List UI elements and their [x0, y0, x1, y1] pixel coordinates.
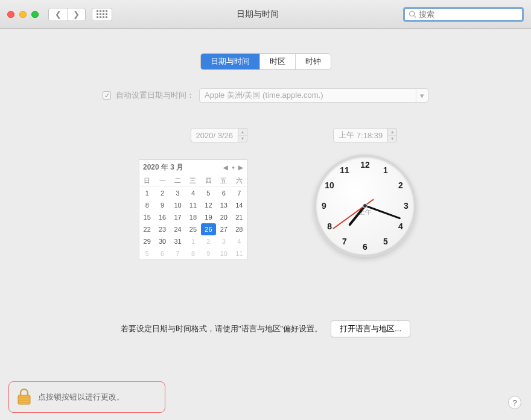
- forward-button[interactable]: ❯: [67, 8, 85, 21]
- calendar-day[interactable]: 2: [201, 235, 216, 247]
- date-column: 2020/ 3/26 ▲ ▼ 2020 年 3 月 ◀ ● ▶ 日一二三四五六1…: [115, 128, 247, 260]
- nav-back-forward: ❮ ❯: [48, 8, 86, 21]
- calendar-weekday: 一: [154, 175, 170, 187]
- calendar-day[interactable]: 8: [185, 247, 200, 259]
- chevron-left-icon: ❮: [55, 10, 62, 19]
- time-ampm: 上午: [339, 130, 354, 141]
- calendar-day[interactable]: 1: [139, 187, 154, 199]
- calendar-day[interactable]: 29: [139, 235, 154, 247]
- window-controls: [7, 11, 39, 18]
- lock-hint-text: 点按锁按钮以进行更改。: [38, 392, 124, 402]
- search-input[interactable]: [419, 10, 520, 19]
- help-button[interactable]: ?: [508, 396, 521, 409]
- date-stepper[interactable]: ▲ ▼: [238, 128, 247, 142]
- stepper-down-icon: ▼: [238, 136, 247, 142]
- clock-numeral: 1: [380, 165, 392, 175]
- calendar-day[interactable]: 5: [201, 187, 216, 199]
- lock-hint-box: 点按锁按钮以进行更改。: [8, 381, 165, 413]
- calendar-day[interactable]: 2: [154, 187, 170, 199]
- auto-set-checkbox[interactable]: ✓: [103, 91, 111, 100]
- auto-set-label: 自动设置日期与时间：: [116, 90, 194, 101]
- window-title: 日期与时间: [112, 9, 403, 20]
- calendar-day[interactable]: 11: [232, 247, 247, 259]
- date-field: 2020/ 3/26 ▲ ▼: [115, 128, 247, 142]
- back-button[interactable]: ❮: [49, 8, 67, 21]
- svg-point-0: [410, 11, 415, 16]
- tab-clock[interactable]: 时钟: [296, 54, 331, 69]
- time-column: 上午 7:18:39 ▲ ▼ 121234567891011 上午: [314, 128, 416, 260]
- tab-date-time[interactable]: 日期与时间: [201, 54, 260, 69]
- clock-numeral: 3: [400, 201, 412, 211]
- calendar-prev-button[interactable]: ◀: [223, 164, 228, 171]
- calendar-day[interactable]: 4: [185, 187, 200, 199]
- calendar-next-button[interactable]: ▶: [238, 164, 243, 171]
- calendar-day[interactable]: 20: [216, 211, 231, 223]
- clock-numeral: 10: [323, 180, 335, 190]
- calendar-day[interactable]: 30: [154, 235, 170, 247]
- calendar-day[interactable]: 5: [139, 247, 154, 259]
- calendar-day[interactable]: 15: [139, 211, 154, 223]
- calendar-day[interactable]: 18: [185, 211, 200, 223]
- calendar-day[interactable]: 24: [170, 223, 185, 235]
- calendar-day[interactable]: 9: [201, 247, 216, 259]
- time-stepper[interactable]: ▲ ▼: [388, 128, 397, 142]
- calendar-day[interactable]: 31: [170, 235, 185, 247]
- calendar-day[interactable]: 3: [216, 235, 231, 247]
- open-language-region-button[interactable]: 打开语言与地区...: [331, 320, 410, 337]
- titlebar: ❮ ❯ 日期与时间: [0, 0, 531, 29]
- calendar-day[interactable]: 25: [185, 223, 200, 235]
- svg-rect-2: [18, 395, 30, 404]
- calendar-day[interactable]: 1: [185, 235, 200, 247]
- minimize-window-button[interactable]: [19, 11, 27, 18]
- calendar-day[interactable]: 28: [232, 223, 247, 235]
- clock-numeral: 9: [318, 201, 330, 211]
- close-window-button[interactable]: [7, 11, 14, 18]
- calendar-day[interactable]: 4: [232, 235, 247, 247]
- calendar-day[interactable]: 11: [185, 199, 200, 211]
- calendar-today-dot[interactable]: ●: [232, 165, 235, 170]
- calendar-day[interactable]: 6: [216, 187, 231, 199]
- calendar-day[interactable]: 22: [139, 223, 154, 235]
- format-hint-text: 若要设定日期与时间格式，请使用"语言与地区"偏好设置。: [121, 323, 322, 334]
- lock-icon[interactable]: [16, 388, 32, 406]
- calendar-day[interactable]: 16: [154, 211, 170, 223]
- calendar-day[interactable]: 23: [154, 223, 170, 235]
- stepper-down-icon: ▼: [388, 136, 396, 142]
- tab-timezone[interactable]: 时区: [260, 54, 296, 69]
- show-all-button[interactable]: [92, 8, 112, 21]
- calendar-day[interactable]: 6: [154, 247, 170, 259]
- calendar-day[interactable]: 14: [232, 199, 247, 211]
- calendar-day[interactable]: 12: [201, 199, 216, 211]
- calendar-day[interactable]: 7: [232, 187, 247, 199]
- calendar-day[interactable]: 9: [154, 199, 170, 211]
- clock-numeral: 11: [339, 165, 351, 175]
- calendar-day[interactable]: 26: [201, 223, 216, 235]
- clock-numeral: 5: [380, 237, 392, 246]
- clock-numeral: 6: [359, 242, 371, 252]
- calendar-day[interactable]: 8: [139, 199, 154, 211]
- calendar-day[interactable]: 3: [170, 187, 185, 199]
- calendar-day[interactable]: 17: [170, 211, 185, 223]
- calendar-day[interactable]: 10: [170, 199, 185, 211]
- date-input[interactable]: 2020/ 3/26: [191, 128, 238, 142]
- format-hint-row: 若要设定日期与时间格式，请使用"语言与地区"偏好设置。 打开语言与地区...: [17, 320, 514, 337]
- calendar-day[interactable]: 7: [170, 247, 185, 259]
- time-input[interactable]: 上午 7:18:39: [333, 128, 388, 142]
- auto-set-row: ✓ 自动设置日期与时间： Apple 美洲/美国 (time.apple.com…: [17, 88, 514, 103]
- zoom-window-button[interactable]: [31, 11, 39, 18]
- calendar-day[interactable]: 27: [216, 223, 231, 235]
- calendar-weekday: 二: [170, 175, 185, 187]
- search-field[interactable]: [403, 7, 524, 22]
- calendar-day[interactable]: 13: [216, 199, 231, 211]
- calendar-day[interactable]: 10: [216, 247, 231, 259]
- calendar-day[interactable]: 19: [201, 211, 216, 223]
- chevron-right-icon: ❯: [73, 10, 80, 19]
- stepper-up-icon: ▲: [388, 129, 396, 136]
- time-field: 上午 7:18:39 ▲ ▼: [333, 128, 397, 142]
- time-value: 7:18:39: [357, 131, 383, 140]
- time-server-combobox[interactable]: Apple 美洲/美国 (time.apple.com.) ▾: [199, 88, 428, 103]
- calendar-day[interactable]: 21: [232, 211, 247, 223]
- calendar-weekday: 四: [201, 175, 216, 187]
- time-server-value: Apple 美洲/美国 (time.apple.com.): [205, 90, 323, 101]
- date-value: 2020/ 3/26: [196, 131, 233, 140]
